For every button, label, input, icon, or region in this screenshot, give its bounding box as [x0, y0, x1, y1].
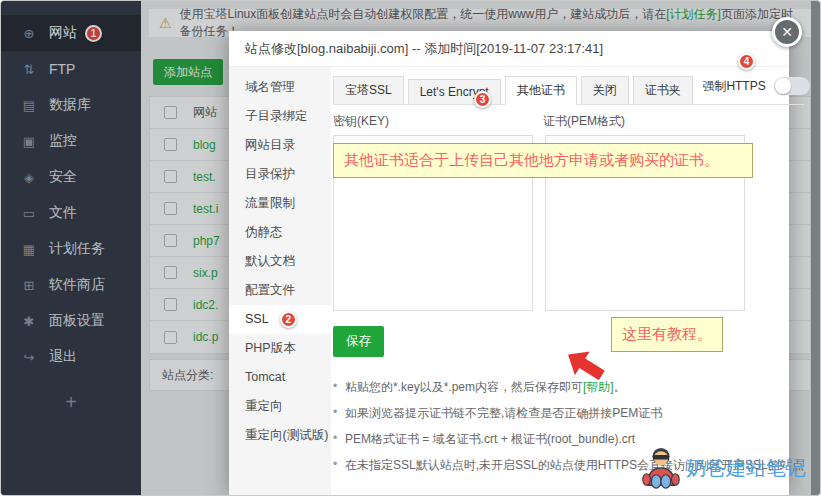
watermark: 奶爸建站笔记 — [638, 445, 806, 491]
menu-item-default-doc[interactable]: 默认文档 — [229, 247, 331, 276]
menu-item-traffic-limit[interactable]: 流量限制 — [229, 189, 331, 218]
tab-other-cert[interactable]: 其他证书 — [505, 76, 577, 105]
ssl-panel: 强制HTTPS 宝塔SSL Let's Encrypt 其他证书 关闭 证书夹 … — [331, 67, 818, 496]
menu-item-ssl[interactable]: SSL 2 — [229, 305, 331, 334]
annotation-badge-4: 4 — [738, 53, 755, 70]
menu-item-subdir[interactable]: 子目录绑定 — [229, 102, 331, 131]
watermark-text: 奶爸建站笔记 — [686, 455, 806, 482]
note-chain-incomplete: •如果浏览器提示证书链不完整,请检查是否正确拼接PEM证书 — [333, 405, 804, 422]
annotation-tip-tutorial: 这里有教程。 — [611, 317, 723, 352]
close-icon[interactable]: ✕ — [772, 17, 802, 47]
mascot-icon — [638, 445, 684, 491]
menu-item-tomcat[interactable]: Tomcat — [229, 363, 331, 392]
help-link[interactable]: [帮助] — [583, 380, 614, 394]
menu-item-redirect[interactable]: 重定向 — [229, 392, 331, 421]
pem-label: 证书(PEM格式) — [543, 113, 753, 130]
annotation-badge-3: 3 — [474, 91, 491, 108]
note-paste-key: •粘贴您的*.key以及*.pem内容，然后保存即可[帮助]。 — [333, 379, 804, 396]
menu-item-php-version[interactable]: PHP版本 — [229, 334, 331, 363]
force-https-label: 强制HTTPS — [702, 78, 765, 95]
modal-title: 站点修改[blog.naibabiji.com] -- 添加时间[2019-11… — [229, 31, 789, 67]
app-window: ⊕ 网站 1 ⇅ FTP ▤ 数据库 ▣ 监控 ◈ 安全 ▭ 文件 ▦ 计划任务 — [0, 0, 821, 496]
modal-menu: 域名管理 子目录绑定 网站目录 目录保护 流量限制 伪静态 默认文档 配置文件 … — [229, 67, 331, 496]
force-https-toggle[interactable] — [774, 77, 810, 95]
annotation-badge-2: 2 — [280, 311, 297, 328]
save-button[interactable]: 保存 — [333, 326, 384, 357]
key-label: 密钥(KEY) — [333, 113, 543, 130]
menu-item-redirect-beta[interactable]: 重定向(测试版) — [229, 421, 331, 450]
menu-item-config-file[interactable]: 配置文件 — [229, 276, 331, 305]
tab-baota-ssl[interactable]: 宝塔SSL — [333, 76, 404, 105]
menu-item-rewrite[interactable]: 伪静态 — [229, 218, 331, 247]
menu-item-site-dir[interactable]: 网站目录 — [229, 131, 331, 160]
tab-cert-folder[interactable]: 证书夹 — [633, 76, 693, 105]
site-edit-modal: ✕ 站点修改[blog.naibabiji.com] -- 添加时间[2019-… — [229, 31, 789, 496]
menu-item-dir-protect[interactable]: 目录保护 — [229, 160, 331, 189]
menu-item-domain[interactable]: 域名管理 — [229, 73, 331, 102]
annotation-tip-other-cert: 其他证书适合于上传自己其他地方申请或者购买的证书。 — [333, 143, 753, 178]
tab-close-ssl[interactable]: 关闭 — [581, 76, 629, 105]
